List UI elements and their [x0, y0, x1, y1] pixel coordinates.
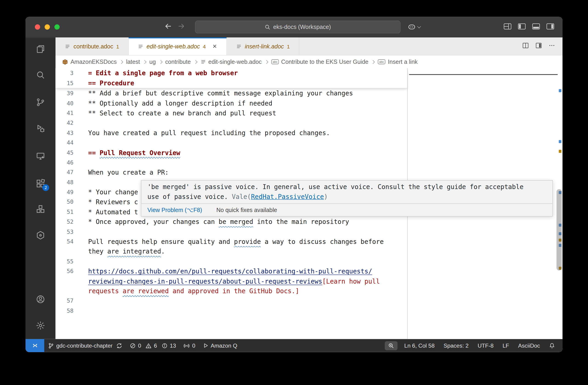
- copilot-menu[interactable]: [407, 22, 420, 31]
- command-center[interactable]: eks-docs (Workspace): [195, 21, 400, 34]
- breadcrumb-item[interactable]: abcInsert a link: [378, 58, 418, 65]
- code-line[interactable]: 47When you create a PR:: [56, 168, 407, 177]
- code-line[interactable]: 58: [56, 306, 407, 316]
- toggle-panel-bottom-icon[interactable]: [532, 23, 540, 31]
- code-line[interactable]: 39** Add a brief but descriptive commit …: [56, 88, 407, 98]
- chevron-down-icon: [417, 24, 421, 28]
- svg-text:abc: abc: [273, 60, 278, 64]
- line-content: they are integrated.: [74, 248, 165, 255]
- line-content: ** Add a brief but descriptive commit me…: [74, 90, 353, 97]
- view-problem-link[interactable]: View Problem (⌥F8): [147, 207, 202, 213]
- broadcast-icon: [184, 343, 190, 348]
- hexagon-extension-icon[interactable]: [34, 229, 47, 242]
- amazon-q-item[interactable]: Amazon Q: [199, 339, 241, 352]
- remote-indicator[interactable]: [25, 339, 44, 352]
- code-line[interactable]: 42: [56, 118, 407, 128]
- code-line[interactable]: 56https://docs.github.com/en/pull-reques…: [56, 266, 407, 276]
- run-debug-icon[interactable]: [34, 122, 47, 135]
- line-number: 58: [56, 308, 74, 314]
- chevron-right-icon: [194, 60, 197, 64]
- language-mode-item[interactable]: AsciiDoc: [514, 339, 544, 352]
- account-icon[interactable]: [34, 293, 47, 306]
- remote-explorer-icon[interactable]: [34, 150, 47, 163]
- scrollbar-thumb[interactable]: [557, 189, 562, 270]
- code-line[interactable]: 53: [56, 227, 407, 237]
- split-editor-icon[interactable]: [522, 42, 529, 50]
- close-window-button[interactable]: [35, 24, 40, 30]
- broadcast-item[interactable]: 0: [180, 339, 199, 352]
- code-line[interactable]: 57: [56, 296, 407, 306]
- explorer-icon[interactable]: [34, 43, 47, 56]
- tab-edit-single-web.adoc[interactable]: edit-single-web.adoc4: [129, 38, 227, 55]
- vscode-window: eks-docs (Workspace) 2: [25, 17, 563, 352]
- line-number: 49: [56, 189, 74, 195]
- svg-text:abc: abc: [379, 60, 384, 64]
- chevron-right-icon: [265, 60, 268, 64]
- line-number: 44: [56, 139, 74, 146]
- error-icon: [130, 343, 136, 348]
- hover-source-link[interactable]: RedHat.PassiveVoice: [251, 193, 324, 200]
- code-line[interactable]: they are integrated.: [56, 247, 407, 256]
- code-line[interactable]: 41** Select to create a new branch and p…: [56, 108, 407, 118]
- code-line[interactable]: 55: [56, 256, 407, 266]
- file-icon: [200, 59, 206, 65]
- line-number: 48: [56, 179, 74, 186]
- code-line[interactable]: 15== Procedure: [56, 78, 407, 88]
- close-icon[interactable]: [212, 43, 217, 49]
- maximize-window-button[interactable]: [54, 24, 60, 30]
- cursor-position[interactable]: Ln 6, Col 58: [400, 339, 439, 352]
- breadcrumb-item[interactable]: contribute: [165, 58, 191, 65]
- bell-icon: [549, 343, 555, 348]
- copilot-icon: [407, 22, 416, 31]
- breadcrumb-item[interactable]: edit-single-web.adoc: [200, 58, 262, 65]
- tab-contribute.adoc[interactable]: contribute.adoc1: [56, 38, 129, 55]
- code-line[interactable]: reviewing-changes-in-pull-requests/about…: [56, 276, 407, 286]
- warning-count: 6: [154, 342, 157, 349]
- encoding-item[interactable]: UTF-8: [473, 339, 498, 352]
- symbol-string-icon: abc: [271, 59, 279, 65]
- code-line[interactable]: 43You have created a pull request includ…: [56, 128, 407, 138]
- hover-message-line2: use of passive voice. Vale(RedHat.Passiv…: [147, 192, 546, 202]
- tab-label: insert-link.adoc: [245, 43, 284, 50]
- code-line[interactable]: 52* Once approved, your changes can be m…: [56, 217, 407, 227]
- tab-insert-link.adoc[interactable]: insert-link.adoc1: [227, 38, 299, 55]
- code-line[interactable]: 40** Optionally add a longer description…: [56, 98, 407, 108]
- play-icon: [203, 343, 208, 348]
- back-icon[interactable]: [164, 22, 172, 32]
- editor[interactable]: 39** Add a brief but descriptive commit …: [56, 68, 563, 339]
- code-line[interactable]: 3= Edit a single page from a web browser: [56, 68, 407, 78]
- search-icon[interactable]: [34, 69, 47, 81]
- line-number: 15: [56, 80, 74, 86]
- toggle-panel-right-icon[interactable]: [546, 23, 554, 31]
- toggle-panel-left-icon[interactable]: [518, 23, 526, 31]
- settings-gear-icon[interactable]: [34, 319, 47, 332]
- code-line[interactable]: requests are reviewed and approved in th…: [56, 286, 407, 296]
- breadcrumb-item[interactable]: ug: [149, 58, 156, 65]
- line-number: 43: [56, 129, 74, 136]
- code-line[interactable]: 46: [56, 158, 407, 168]
- notifications-bell[interactable]: [545, 339, 560, 352]
- customize-layout-icon[interactable]: [504, 23, 511, 31]
- line-number: 53: [56, 228, 74, 235]
- problems-item[interactable]: 0 6 13: [126, 339, 180, 352]
- containers-icon[interactable]: [34, 203, 47, 215]
- branch-item[interactable]: gdc-contribute-chapter: [44, 339, 126, 352]
- code-line[interactable]: 45== Pull Request Overview: [56, 148, 407, 158]
- eol-item[interactable]: LF: [498, 339, 514, 352]
- code-line[interactable]: 44: [56, 138, 407, 148]
- breadcrumb-item[interactable]: latest: [126, 58, 140, 65]
- code-line[interactable]: 54Pull requests help ensure quality and …: [56, 237, 407, 247]
- breadcrumb-item[interactable]: AmazonEKSDocs: [62, 58, 117, 65]
- indentation-item[interactable]: Spaces: 2: [439, 339, 473, 352]
- line-content: You have created a pull request includin…: [74, 129, 330, 137]
- editor-layout-icon[interactable]: [535, 42, 542, 50]
- more-actions-icon[interactable]: [549, 42, 555, 50]
- no-quick-fixes-text: No quick fixes available: [216, 207, 277, 213]
- minimize-window-button[interactable]: [44, 24, 50, 30]
- extensions-icon[interactable]: 2: [34, 177, 47, 190]
- zoom-indicator[interactable]: [385, 341, 398, 350]
- line-content: reviewing-changes-in-pull-requests/about…: [74, 277, 380, 285]
- source-control-icon[interactable]: [34, 96, 47, 109]
- breadcrumb-item[interactable]: abcContribute to the EKS User Guide: [271, 58, 368, 65]
- forward-icon[interactable]: [177, 22, 186, 32]
